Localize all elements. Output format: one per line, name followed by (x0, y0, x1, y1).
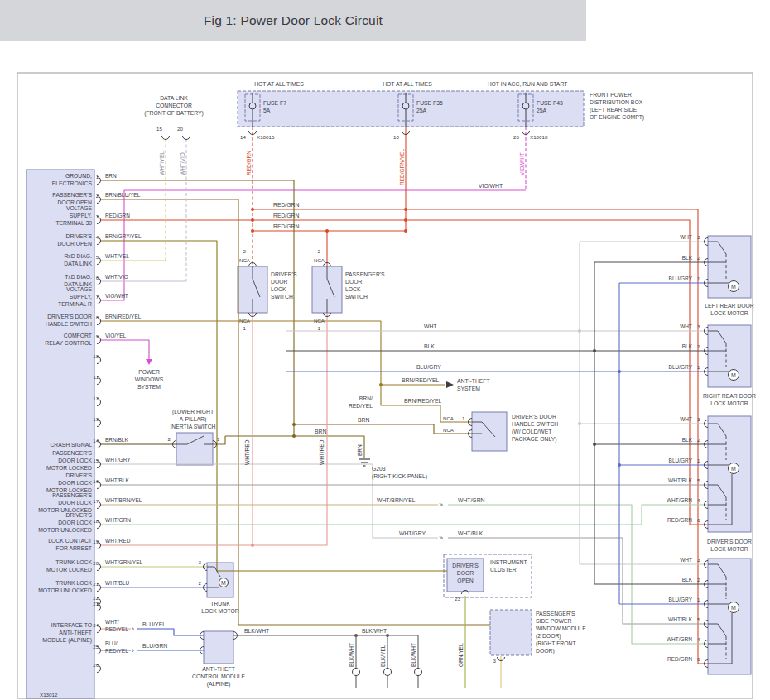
label-motor-unlocked: MOTOR UNLOCKED (38, 587, 92, 593)
label-rxd-diag: RxD DIAG. (64, 253, 92, 259)
junction-dot (251, 218, 254, 222)
label-nca: NCA (314, 318, 325, 324)
label-1: 1 (462, 415, 465, 421)
label-cluster: CLUSTER (490, 567, 517, 573)
label-vio-wht: VIO/WHT (105, 293, 128, 299)
label-2: 2 (697, 437, 700, 443)
power-windows-arrow-icon (146, 359, 152, 365)
module-connector-panel (26, 170, 94, 698)
label-data-link: DATA LINK (64, 261, 92, 266)
label-24: 24 (93, 623, 99, 628)
label-23: 23 (93, 602, 99, 607)
label-2: 2 (318, 248, 321, 254)
label-blk: BLK (682, 577, 693, 583)
label-module-alpine: MODULE (ALPINE) (42, 637, 92, 644)
label-brn-red-yel: BRN/RED/YEL (404, 398, 442, 404)
junction-dot (379, 383, 383, 386)
label-blk: BLK (682, 255, 693, 261)
label-1: 1 (217, 436, 220, 442)
label-anti-theft: ANTI-THEFT (202, 666, 235, 672)
junction-dot (292, 434, 296, 438)
label-hot-at-all-times: HOT AT ALL TIMES (254, 81, 304, 87)
label-lock-motor: LOCK MOTOR (710, 546, 748, 552)
label-of-engine-compt: OF ENGINE COMPT) (590, 114, 644, 121)
label-fuse-f35: FUSE F35 (416, 100, 443, 106)
label-wht-blk: WHT/BLK (458, 530, 484, 536)
inline-connector-icon (353, 669, 360, 676)
label-2: 2 (697, 343, 700, 349)
label-lower-right: (LOWER RIGHT (172, 409, 214, 415)
label-driver-s: DRIVER'S (65, 512, 92, 518)
label-wht-blk: WHT/BLK (105, 477, 130, 483)
label-2: 2 (697, 577, 700, 583)
junction-dot (251, 229, 254, 233)
label-front-power: FRONT POWER (590, 92, 632, 98)
label-25a: 25A (416, 108, 427, 113)
label-door-open: DOOR OPEN (57, 199, 92, 205)
label-blk-wht: BLK/WHT (244, 628, 269, 634)
junction-dot (618, 463, 621, 467)
label-switch: SWITCH (271, 294, 293, 300)
label-blu: BLU/ (105, 640, 118, 646)
label-driver-s-door: DRIVER'S DOOR (707, 539, 752, 544)
label-wht-grn: WHT/GRN (458, 497, 485, 503)
label-ground: GROUND, (65, 173, 92, 179)
label-x13012: X13012 (40, 692, 58, 698)
label-20: 20 (177, 126, 183, 132)
wire-wht-grn-driver (100, 505, 708, 525)
label-wht-blu: WHT/BLU (105, 580, 130, 586)
label-driver-s: DRIVER'S (271, 271, 297, 277)
label-blk-wht: BLK/WHT (349, 643, 354, 667)
label-22: 22 (93, 596, 99, 601)
label-x10015: X10015 (257, 134, 275, 140)
label-wht-red: WHT/RED (319, 439, 325, 465)
label-1: 1 (318, 325, 321, 331)
label-system: SYSTEM (137, 384, 161, 390)
label-door-lock: DOOR LOCK (58, 480, 92, 486)
label-voltage: VOLTAGE (66, 205, 93, 211)
label-instrument: INSTRUMENT (490, 559, 527, 565)
label-brn: BRN (358, 417, 369, 423)
label-blk: BLK (682, 437, 693, 443)
label-supply: SUPPLY, (70, 213, 92, 218)
label-wht-yel: WHT/YEL (159, 151, 165, 175)
label-nca: NCA (443, 415, 455, 421)
label-25: 25 (93, 645, 99, 650)
motor-icon-label: M (221, 580, 226, 586)
label-wht-grn-yel: WHT/GRN/YEL (105, 559, 143, 565)
label-door: DOOR (271, 279, 287, 285)
label-window-module: WINDOW MODULE (536, 626, 586, 631)
label-motor-locked: MOTOR LOCKED (46, 465, 92, 471)
label-trunk-lock: TRUNK LOCK (55, 559, 92, 565)
label-brn: BRN (105, 173, 117, 179)
label-brn-red-yel: BRN/RED/YEL (402, 377, 440, 383)
label-15: 15 (156, 126, 162, 132)
label-inertia-switch: INERTIA SWITCH (170, 424, 215, 429)
junction-dot (404, 218, 407, 222)
label-wht-red: WHT/RED (105, 538, 131, 544)
label-passenger-s: PASSENGER'S (345, 271, 385, 277)
label-open: OPEN (457, 578, 473, 583)
label-19: 19 (93, 539, 99, 544)
label-vio-wht: VIO/WHT (519, 152, 525, 175)
label-brn: BRN (315, 429, 326, 434)
wire-brn-blu-yel (100, 199, 490, 625)
label-brn-gry-yel: BRN/GRY/YEL (105, 233, 142, 239)
label-wht-grn: WHT/GRN (667, 497, 692, 503)
label-trunk: TRUNK (210, 601, 230, 607)
label-lock-motor: LOCK MOTOR (710, 310, 748, 316)
label-2: 2 (168, 436, 171, 442)
label-passenger-s: PASSENGER'S (52, 492, 92, 498)
label-wht-vio: WHT/VIO (180, 152, 185, 175)
label-left-rear-door: LEFT REAR DOOR (705, 303, 754, 309)
label-blk: BLK (682, 343, 693, 349)
label-nca: NCA (239, 257, 251, 263)
label-blu-gry: BLU/GRY (416, 364, 441, 370)
inline-connector-icon (415, 669, 422, 676)
chevron-icon: › (132, 625, 134, 633)
wiring-diagram: MMMMMDATA LINKCONNECTOR(FRONT OF BATTERY… (0, 0, 770, 700)
label-5a: 5A (263, 108, 271, 113)
front-power-distribution-box (238, 91, 584, 127)
label-motor-locked: MOTOR LOCKED (46, 567, 92, 573)
wire-wht-grn-passenger (448, 505, 708, 644)
